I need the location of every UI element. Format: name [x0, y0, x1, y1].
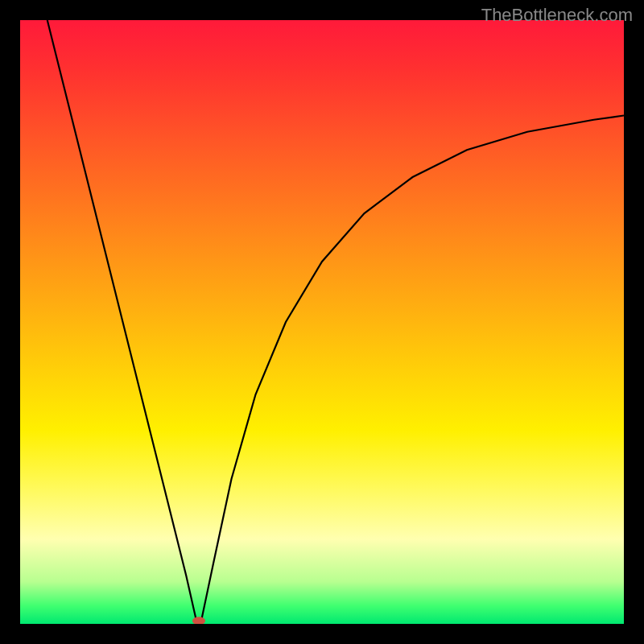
chart-svg [20, 20, 624, 624]
chart-plot-area [20, 20, 624, 624]
curve-left-branch [47, 20, 196, 621]
curve-right-branch [201, 116, 624, 621]
pit-marker [192, 617, 205, 624]
watermark-text: TheBottleneck.com [481, 5, 633, 26]
